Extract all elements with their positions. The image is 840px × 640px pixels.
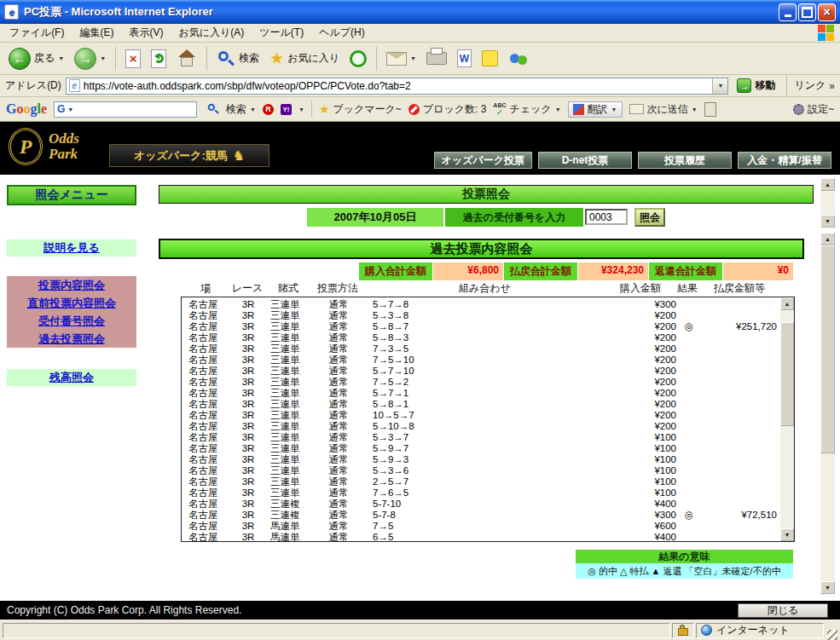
messenger-icon	[508, 50, 529, 67]
result-cell	[676, 410, 702, 421]
top-frame-scrollbar[interactable]	[820, 178, 835, 228]
popup-blocker-button[interactable]: ブロック数: 3	[408, 102, 486, 117]
result-cell	[676, 343, 702, 355]
popup-blocker-icon	[408, 104, 420, 115]
receipt-number-input[interactable]	[585, 209, 628, 225]
minimize-button[interactable]	[779, 3, 797, 21]
site-nav-button[interactable]: 投票履歴	[638, 152, 732, 169]
history-button[interactable]	[346, 49, 370, 69]
site-nav: オッズパーク投票D-net投票投票履歴入金・精算/振替	[434, 152, 831, 169]
settings-button[interactable]: 設定~	[793, 102, 834, 117]
chevron-down-icon[interactable]	[298, 107, 304, 112]
clipboard-icon[interactable]	[704, 102, 716, 117]
scroll-up-button[interactable]	[820, 178, 835, 191]
page-close-button[interactable]: 閉じる	[738, 603, 828, 618]
venue-cell: 名古屋	[182, 355, 231, 366]
home-button[interactable]	[173, 48, 200, 70]
close-button[interactable]	[818, 3, 836, 21]
send-label: 次に送信	[647, 102, 688, 117]
chevron-down-icon[interactable]	[67, 107, 73, 112]
summary-totals: 購入合計金額 ¥6,800 払戻合計金額 ¥324,230 返還合計金額 ¥0	[358, 262, 793, 280]
site-nav-button[interactable]: オッズパーク投票	[434, 152, 532, 169]
oddspark-logo[interactable]: Odds Park	[9, 128, 79, 165]
method-cell: 通常	[313, 487, 364, 499]
sidebar-link[interactable]: 過去投票照会	[7, 330, 136, 348]
sidebar-link[interactable]: 投票内容照会	[7, 276, 136, 294]
messenger-button[interactable]	[505, 49, 532, 69]
result-cell: ◎	[676, 321, 702, 332]
google-g-icon	[55, 103, 67, 115]
scroll-up-button[interactable]	[780, 297, 794, 310]
table-row: 名古屋 3R 三連単 通常 5→3→6 ¥100	[182, 465, 780, 476]
sidebar-link-help[interactable]: 説明を見る	[7, 239, 136, 257]
scroll-down-button[interactable]	[820, 215, 835, 228]
menu-item[interactable]: 表示(V)	[121, 23, 171, 43]
menu-item[interactable]: ツール(T)	[252, 23, 311, 43]
send-to-button[interactable]: 次に送信	[629, 102, 698, 117]
inquiry-submit-button[interactable]: 照会	[634, 208, 665, 227]
refresh-button[interactable]	[148, 48, 170, 70]
chevron-down-icon	[692, 107, 698, 112]
main-frame-scrollbar[interactable]	[820, 233, 835, 594]
combination-cell: 7→3→5	[364, 343, 608, 355]
sidebar-link-balance[interactable]: 残高照会	[7, 369, 136, 386]
menu-item[interactable]: お気に入り(A)	[171, 23, 252, 43]
table-scrollbar[interactable]	[780, 297, 794, 541]
favorites-button[interactable]: お気に入り	[266, 49, 343, 69]
spellcheck-button[interactable]: チェック	[493, 102, 560, 117]
menu-item[interactable]: ヘルプ(H)	[311, 23, 373, 43]
popup-blocker-count: ブロック数: 3	[423, 102, 486, 117]
forward-button[interactable]	[71, 46, 109, 72]
resize-grip[interactable]	[827, 630, 837, 640]
scroll-down-button[interactable]	[780, 528, 794, 541]
payout-cell	[702, 366, 780, 377]
scrollbar-track[interactable]	[780, 310, 794, 528]
scrollbar-track[interactable]	[820, 245, 835, 581]
amount-cell: ¥400	[608, 532, 676, 541]
sidebar-link[interactable]: 受付番号照会	[7, 312, 136, 330]
menu-item[interactable]: ファイル(F)	[2, 23, 72, 43]
table-row: 名古屋 3R 三連単 通常 5→8→7 ¥200 ◎ ¥251,720	[182, 321, 780, 332]
address-input[interactable]	[80, 79, 713, 93]
venue-cell: 名古屋	[182, 454, 231, 465]
search-button[interactable]: 検索	[213, 48, 263, 70]
summary-label: 払戻合計金額	[503, 262, 577, 280]
links-menu[interactable]: リンク	[794, 78, 835, 93]
forward-dropdown[interactable]	[100, 55, 106, 61]
bookmarks-button[interactable]: ブックマーク~	[319, 101, 402, 118]
page-favicon	[69, 79, 80, 92]
scroll-up-button[interactable]	[820, 233, 835, 245]
stop-button[interactable]	[122, 48, 144, 70]
print-button[interactable]	[423, 50, 450, 66]
r-site-icon[interactable]	[263, 104, 274, 115]
menu-item[interactable]: 編集(E)	[72, 23, 121, 43]
table-row: 名古屋 3R 三連単 通常 5→10→8 ¥200	[182, 421, 780, 432]
address-dropdown[interactable]	[712, 78, 727, 94]
copyright-text: Copyright (C) Odds Park Corp. All Rights…	[0, 604, 738, 616]
edit-word-button[interactable]	[454, 48, 475, 69]
amount-cell: ¥300	[608, 510, 676, 521]
go-button[interactable]: 移動	[733, 78, 779, 94]
mail-dropdown[interactable]	[410, 55, 416, 61]
translate-button[interactable]: 翻訳	[568, 101, 623, 118]
discuss-button[interactable]	[478, 49, 501, 68]
mail-button[interactable]	[383, 50, 420, 67]
sidebar-link[interactable]: 直前投票内容照会	[7, 294, 136, 312]
scrollbar-track[interactable]	[820, 191, 835, 215]
status-message-panel	[3, 623, 670, 638]
method-cell: 通常	[313, 499, 364, 510]
google-search-button[interactable]: 検索	[204, 100, 256, 118]
scroll-down-button[interactable]	[820, 581, 835, 594]
address-field[interactable]	[66, 78, 729, 95]
back-button[interactable]: 戻る	[5, 46, 67, 72]
site-nav-button[interactable]: 入金・精算/振替	[738, 152, 831, 169]
google-search-box[interactable]	[54, 101, 197, 118]
site-nav-button[interactable]: D-net投票	[538, 152, 632, 169]
maximize-button[interactable]	[798, 3, 816, 21]
back-dropdown[interactable]	[58, 55, 64, 61]
search-icon	[217, 49, 235, 68]
scrollbar-thumb[interactable]	[780, 322, 794, 426]
scrollbar-thumb[interactable]	[820, 245, 835, 453]
result-cell	[676, 476, 702, 487]
yahoo-icon[interactable]	[281, 104, 292, 115]
